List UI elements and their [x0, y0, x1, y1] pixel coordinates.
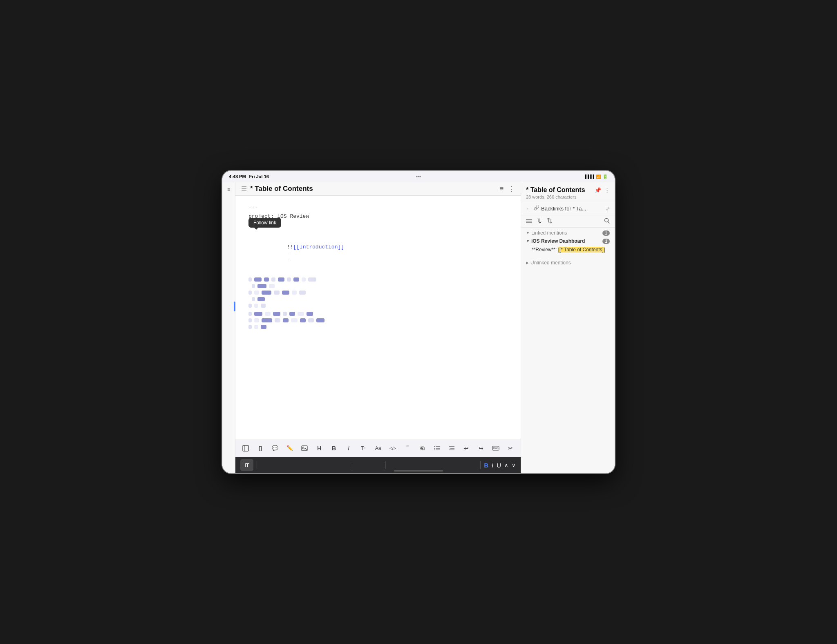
follow-link-tooltip[interactable]: Follow link [248, 218, 281, 228]
kb-underline-button[interactable]: U [497, 462, 501, 469]
pencil-button[interactable]: ✏️ [283, 441, 297, 455]
bracket-button[interactable]: [] [253, 441, 267, 455]
linked-mentions-label: Linked mentions [531, 230, 567, 236]
sort-az-icon[interactable]: T [537, 218, 542, 225]
wikilink-container: Follow link !![[Introduction]] [248, 233, 344, 271]
blurred-row-1 [248, 277, 508, 282]
list-button[interactable] [430, 441, 444, 455]
backlinks-header: ← Backlinks for * Ta... ⤢ [521, 202, 615, 215]
home-indicator [394, 470, 443, 472]
quote-button[interactable]: " [401, 441, 414, 455]
sidebar-strip: ≡ [222, 182, 235, 473]
blurred-row-3 [248, 291, 508, 295]
keyboard-bar: iT B I U ∧ ∨ [235, 457, 521, 473]
right-panel-title: * Table of Contents [526, 186, 585, 194]
frontmatter-line-2: project: iOS Review [248, 212, 508, 221]
pin-icon[interactable]: 📌 [595, 187, 601, 193]
note-title: * Table of Contents [250, 185, 497, 193]
link-icon [534, 206, 539, 212]
redo-button[interactable]: ↪ [474, 441, 488, 455]
header-icons: ≡ ⋮ [500, 185, 515, 193]
italic-button[interactable]: I [342, 441, 356, 455]
right-panel: * Table of Contents 📌 ⋮ 28 words, 266 ch… [521, 182, 615, 473]
svg-rect-13 [492, 446, 499, 450]
wikilink-text[interactable]: !![[Introduction]] [248, 244, 344, 269]
comment-button[interactable]: 💬 [268, 441, 282, 455]
italic-text-button[interactable]: iT [240, 459, 253, 471]
linked-item-prefix: **Review**: [532, 247, 558, 253]
code-button[interactable]: </> [386, 441, 400, 455]
heading-button[interactable]: H [312, 441, 326, 455]
kb-italic-button[interactable]: I [492, 462, 493, 469]
backlinks-title: Backlinks for * Ta... [541, 206, 603, 212]
list-view-icon[interactable] [526, 218, 532, 225]
unlinked-mentions-header[interactable]: ▶ Unlinked mentions [526, 260, 610, 266]
unlinked-chevron: ▶ [526, 261, 529, 265]
panel-header-icons: 📌 ⋮ [595, 187, 610, 193]
linked-item-header[interactable]: ▼ iOS Review Dashboard 1 [526, 237, 610, 245]
svg-point-7 [434, 446, 435, 447]
status-bar-center: ••• [416, 174, 421, 179]
panel-meta: 28 words, 266 characters [526, 195, 610, 199]
kb-arrows: ∧ ∨ [504, 462, 516, 468]
blurred-row-8 [248, 325, 508, 329]
note-content[interactable]: --- project: iOS Review --- Follow link … [235, 196, 521, 439]
kb-arrow-up[interactable]: ∧ [504, 462, 508, 468]
linked-mentions-section: ▼ Linked mentions 1 ▼ iOS Review Dashboa… [521, 228, 615, 256]
linked-mentions-header[interactable]: ▼ Linked mentions 1 [526, 230, 610, 236]
panel-search-icon[interactable] [604, 218, 610, 225]
text-cursor [288, 254, 288, 259]
outdent-button[interactable] [445, 441, 459, 455]
highlight-button[interactable]: Aa [371, 441, 385, 455]
svg-point-8 [434, 448, 435, 449]
linked-item-highlight[interactable]: [[* Table of Contents]] [558, 247, 605, 253]
panel-more-icon[interactable]: ⋮ [604, 187, 610, 193]
blurred-row-2 [248, 284, 508, 288]
kb-cursor-area [260, 461, 477, 469]
toolbar: [] 💬 ✏️ H B I T↕ Aa </> " [235, 439, 521, 457]
image-button[interactable] [298, 441, 311, 455]
battery-icon: 🔋 [602, 174, 608, 179]
status-bar: 4:48 PM Fri Jul 16 ••• ▐▐▐▐ 📶 🔋 [222, 171, 615, 182]
tools-button[interactable]: ✂ [504, 441, 517, 455]
expand-icon[interactable]: ⤢ [606, 206, 610, 212]
back-arrow-icon[interactable]: ← [526, 206, 531, 212]
kb-cursor-left [352, 461, 352, 469]
svg-rect-2 [302, 446, 307, 451]
blurred-row-6 [248, 312, 508, 316]
undo-button[interactable]: ↩ [459, 441, 473, 455]
more-options-icon[interactable]: ⋮ [508, 185, 515, 193]
keyboard-button[interactable] [489, 441, 503, 455]
kb-sep-1 [257, 461, 257, 469]
kb-cursor-right [385, 461, 385, 469]
note-header: ☰ * Table of Contents ≡ ⋮ [235, 182, 521, 196]
introduction-link[interactable]: ![[Introduction]] [290, 244, 344, 250]
kb-arrow-down[interactable]: ∨ [512, 462, 516, 468]
blurred-row-4 [248, 297, 508, 301]
wifi-icon: 📶 [596, 174, 601, 179]
linked-mentions-chevron: ▼ [526, 231, 530, 235]
sidebar-icon-1[interactable]: ≡ [225, 186, 233, 194]
note-list-icon[interactable]: ≡ [500, 185, 504, 192]
blurred-row-7 [248, 318, 508, 322]
unlinked-mentions-section: ▶ Unlinked mentions [521, 257, 615, 268]
bold-button[interactable]: B [327, 441, 341, 455]
linked-item: ▼ iOS Review Dashboard 1 **Review**: [[*… [526, 237, 610, 253]
svg-line-26 [608, 222, 610, 224]
svg-point-9 [434, 449, 435, 450]
blurred-row-5 [248, 304, 508, 308]
embed-button[interactable] [239, 441, 253, 455]
right-panel-header: * Table of Contents 📌 ⋮ 28 words, 266 ch… [521, 182, 615, 202]
sort-icon[interactable] [547, 218, 552, 225]
unlinked-mentions-label: Unlinked mentions [530, 260, 571, 266]
linked-item-count: 1 [602, 239, 610, 244]
date-display: Fri Jul 16 [249, 174, 269, 179]
svg-rect-0 [243, 445, 248, 451]
kb-bold-button[interactable]: B [484, 462, 488, 469]
link-button[interactable] [415, 441, 429, 455]
hamburger-icon[interactable]: ☰ [241, 185, 247, 193]
text-format-button[interactable]: T↕ [356, 441, 370, 455]
signal-icon: ▐▐▐▐ [584, 174, 594, 179]
status-bar-left: 4:48 PM Fri Jul 16 [229, 174, 584, 179]
frontmatter-line-1: --- [248, 202, 508, 212]
